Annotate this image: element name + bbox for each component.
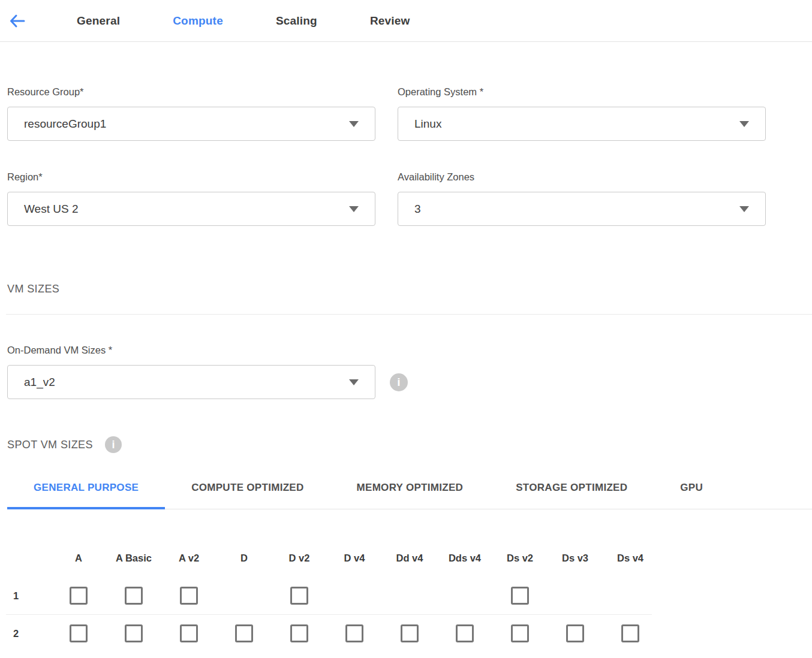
chevron-down-icon — [349, 121, 359, 127]
top-navigation: General Compute Scaling Review — [0, 0, 812, 42]
operating-system-value: Linux — [414, 117, 441, 131]
availability-zones-select[interactable]: 3 — [398, 192, 766, 226]
field-operating-system: Operating System * Linux — [398, 86, 766, 141]
tab-scaling[interactable]: Scaling — [276, 14, 317, 28]
form-grid: Resource Group* resourceGroup1 Operating… — [7, 86, 812, 226]
checkbox-row1-a-basic[interactable] — [125, 587, 143, 605]
checkbox-row2-d[interactable] — [235, 624, 253, 642]
checkbox-row1-a-v2[interactable] — [180, 587, 198, 605]
checkbox-row2-dds-v4[interactable] — [456, 624, 474, 642]
table-header-row: A A Basic A v2 D D v2 D v4 Dd v4 Dds v4 … — [7, 553, 812, 564]
column-header-ds-v4: Ds v4 — [603, 553, 658, 564]
tab-general-purpose[interactable]: GENERAL PURPOSE — [7, 472, 165, 509]
back-button[interactable] — [7, 11, 28, 31]
spot-vm-category-tabs: GENERAL PURPOSE COMPUTE OPTIMIZED MEMORY… — [7, 472, 812, 509]
field-on-demand-vm-sizes: On-Demand VM Sizes * a1_v2 i — [7, 345, 812, 399]
table-row: 1 — [7, 577, 812, 614]
spot-vm-size-table: A A Basic A v2 D D v2 D v4 Dd v4 Dds v4 … — [7, 553, 812, 652]
field-availability-zones: Availability Zones 3 — [398, 171, 766, 226]
checkbox-row2-a-basic[interactable] — [125, 624, 143, 642]
chevron-down-icon — [349, 379, 359, 385]
resource-group-value: resourceGroup1 — [24, 117, 106, 131]
section-divider — [6, 314, 812, 315]
column-header-dds-v4: Dds v4 — [437, 553, 492, 564]
resource-group-label: Resource Group* — [7, 86, 375, 98]
column-header-d-v4: D v4 — [327, 553, 382, 564]
row-label: 2 — [7, 628, 51, 639]
checkbox-row2-a[interactable] — [70, 624, 88, 642]
operating-system-select[interactable]: Linux — [398, 107, 766, 141]
tab-compute-optimized[interactable]: COMPUTE OPTIMIZED — [165, 472, 330, 509]
column-header-ds-v2: Ds v2 — [492, 553, 548, 564]
left-arrow-icon — [8, 12, 26, 30]
checkbox-row2-ds-v3[interactable] — [566, 624, 584, 642]
checkbox-row2-d-v2[interactable] — [290, 624, 308, 642]
column-header-a: A — [51, 553, 106, 564]
checkbox-row1-d-v2[interactable] — [290, 587, 308, 605]
spot-vm-sizes-header: SPOT VM SIZES i — [7, 436, 812, 453]
checkbox-row2-ds-v4[interactable] — [621, 624, 639, 642]
checkbox-row2-d-v4[interactable] — [345, 624, 363, 642]
region-value: West US 2 — [24, 203, 78, 216]
tab-general[interactable]: General — [77, 14, 120, 28]
tab-gpu[interactable]: GPU — [654, 472, 729, 509]
spot-vm-sizes-section-title: SPOT VM SIZES — [7, 439, 93, 451]
region-label: Region* — [7, 171, 375, 183]
vm-sizes-section-title: VM SIZES — [7, 283, 812, 295]
checkbox-row1-ds-v2[interactable] — [511, 587, 529, 605]
row-label: 1 — [7, 590, 51, 602]
column-header-dd-v4: Dd v4 — [382, 553, 437, 564]
region-select[interactable]: West US 2 — [7, 192, 375, 226]
checkbox-row2-a-v2[interactable] — [180, 624, 198, 642]
table-row: 2 — [7, 615, 812, 652]
wizard-steps: General Compute Scaling Review — [77, 14, 410, 28]
column-header-ds-v3: Ds v3 — [548, 553, 603, 564]
field-region: Region* West US 2 — [7, 171, 375, 226]
checkbox-row2-dd-v4[interactable] — [401, 624, 419, 642]
checkbox-row1-a[interactable] — [70, 587, 88, 605]
column-header-d-v2: D v2 — [272, 553, 327, 564]
on-demand-vm-sizes-label: On-Demand VM Sizes * — [7, 345, 812, 356]
resource-group-select[interactable]: resourceGroup1 — [7, 107, 375, 141]
column-header-a-v2: A v2 — [161, 553, 216, 564]
checkbox-row2-ds-v2[interactable] — [511, 624, 529, 642]
availability-zones-label: Availability Zones — [398, 171, 766, 183]
chevron-down-icon — [739, 206, 749, 212]
column-header-d: D — [216, 553, 272, 564]
tab-memory-optimized[interactable]: MEMORY OPTIMIZED — [330, 472, 490, 509]
on-demand-vm-sizes-select[interactable]: a1_v2 — [7, 365, 375, 399]
chevron-down-icon — [349, 206, 359, 212]
on-demand-vm-sizes-value: a1_v2 — [24, 376, 55, 389]
compute-form: Resource Group* resourceGroup1 Operating… — [0, 86, 812, 652]
tab-storage-optimized[interactable]: STORAGE OPTIMIZED — [489, 472, 654, 509]
column-header-a-basic: A Basic — [106, 553, 161, 564]
info-icon[interactable]: i — [105, 436, 122, 453]
info-icon[interactable]: i — [390, 373, 408, 391]
field-resource-group: Resource Group* resourceGroup1 — [7, 86, 375, 141]
availability-zones-value: 3 — [414, 203, 421, 216]
operating-system-label: Operating System * — [398, 86, 766, 98]
tab-compute[interactable]: Compute — [173, 14, 223, 28]
chevron-down-icon — [739, 121, 749, 127]
tab-review[interactable]: Review — [370, 14, 410, 28]
